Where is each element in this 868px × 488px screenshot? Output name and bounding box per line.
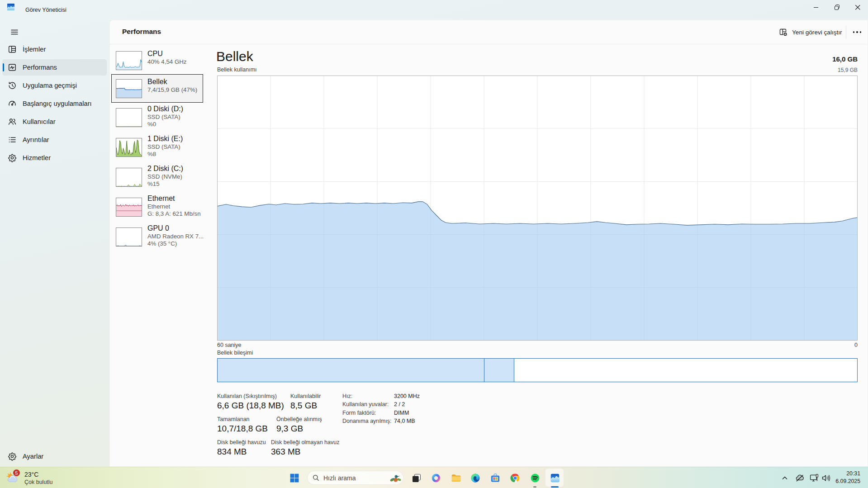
cpu-mini-chart bbox=[116, 51, 142, 70]
taskbar-app-task-manager[interactable] bbox=[549, 472, 560, 483]
performance-item-disk-d[interactable]: 0 Diski (D:)SSD (SATA)%0 bbox=[111, 103, 203, 133]
bellek-mini-chart bbox=[116, 79, 142, 98]
performance-item-bellek[interactable]: Bellek7,4/15,9 GB (47%) bbox=[111, 74, 203, 103]
run-new-task-icon bbox=[779, 28, 788, 37]
taskbar-app-task-view[interactable] bbox=[411, 472, 422, 483]
onedrive-status onedrive-paused-icon[interactable] bbox=[795, 473, 805, 483]
start-button[interactable] bbox=[289, 472, 300, 483]
page-title: Performans bbox=[122, 28, 161, 36]
task-manager-window: Görev Yöneticisi İşlemlerPerformansUygul… bbox=[0, 0, 868, 467]
sidebar-item-label: Performans bbox=[23, 64, 57, 71]
sidebar-item-kullanicilar[interactable]: Kullanıcılar bbox=[2, 114, 107, 130]
search-box[interactable]: Hızlı arama bbox=[307, 471, 403, 485]
volume-status volume-icon[interactable] bbox=[821, 473, 831, 483]
performance-item-text: GPU 0AMD Radeon RX 7...4% (35 °C) bbox=[147, 222, 204, 252]
performance-item-disk-e[interactable]: 1 Diski (E:)SSD (SATA)%8 bbox=[111, 133, 203, 162]
taskbar-app-chrome[interactable] bbox=[509, 472, 521, 483]
composition-segment-standby-free bbox=[514, 359, 857, 382]
stat-label: Disk belleği olmayan havuz bbox=[271, 439, 339, 445]
memory-composition-label: Bellek bileşimi bbox=[217, 350, 253, 356]
performance-item-subtitle: SSD (SATA) bbox=[147, 114, 183, 121]
minimize-button[interactable] bbox=[806, 0, 826, 15]
memory-total-value: 16,0 GB bbox=[832, 55, 858, 63]
gpu0-mini-chart bbox=[116, 227, 142, 246]
weather-widget[interactable]: 5 23°C Çok bulutlu bbox=[6, 469, 53, 487]
memory-stat-5: Disk belleği olmayan havuz363 MB bbox=[271, 439, 339, 457]
sidebar-item-performans[interactable]: Performans bbox=[2, 59, 107, 76]
memory-stat-3: Önbelleğe alınmış9,3 GB bbox=[276, 416, 322, 434]
selected-indicator-pill bbox=[3, 63, 5, 71]
more-options-button[interactable] bbox=[850, 25, 864, 39]
sidebar-item-label: Uygulama geçmişi bbox=[23, 82, 77, 89]
performance-item-subtitle: G: 8,3 A: 621 Mb/sn bbox=[147, 210, 201, 218]
startup-icon bbox=[8, 99, 17, 108]
search-daily-image bbox=[389, 472, 402, 483]
performance-item-text: Bellek7,4/15,9 GB (47%) bbox=[147, 75, 197, 102]
stat-label: Kullanılan (Sıkıştırılmış) bbox=[217, 393, 284, 399]
performance-item-gpu0[interactable]: GPU 0AMD Radeon RX 7...4% (35 °C) bbox=[111, 222, 203, 252]
services-icon bbox=[8, 153, 17, 162]
menu-toggle-button[interactable] bbox=[5, 25, 24, 39]
performance-item-title: 0 Diski (D:) bbox=[147, 104, 183, 114]
users-icon bbox=[8, 117, 17, 126]
taskbar-app-copilot[interactable] bbox=[430, 472, 441, 483]
more-dot bbox=[853, 31, 854, 33]
details-icon bbox=[8, 135, 17, 144]
taskbar-app-explorer[interactable] bbox=[450, 472, 461, 483]
detail-value: 74,0 MB bbox=[394, 418, 415, 424]
performance-item-title: GPU 0 bbox=[147, 224, 204, 233]
task-manager-app-icon bbox=[7, 4, 14, 10]
sidebar-item-label: Hizmetler bbox=[23, 154, 51, 161]
detail-label: Hız: bbox=[342, 393, 352, 399]
performance-item-text: 0 Diski (D:)SSD (SATA)%0 bbox=[147, 103, 183, 133]
sidebar-item-islemler[interactable]: İşlemler bbox=[2, 41, 107, 57]
active-app-indicator bbox=[551, 486, 559, 488]
sidebar-item-uygulama-gecmisi[interactable]: Uygulama geçmişi bbox=[2, 77, 107, 94]
clock-date: 6.09.2025 bbox=[835, 478, 860, 485]
disk-c-mini-chart bbox=[116, 168, 142, 187]
memory-usage-label: Bellek kullanımı bbox=[217, 66, 257, 73]
weather-texts: 23°C Çok bulutlu bbox=[24, 471, 53, 486]
taskbar-app-edge[interactable] bbox=[470, 472, 481, 483]
more-dot bbox=[860, 31, 861, 33]
sidebar-item-ayarlar[interactable]: Ayarlar bbox=[2, 448, 107, 464]
detail-label: Kullanılan yuvalar: bbox=[342, 401, 389, 407]
weather-badge: 5 bbox=[13, 469, 20, 476]
taskbar-app-spotify[interactable] bbox=[529, 472, 541, 483]
titlebar: Görev Yöneticisi bbox=[0, 0, 868, 20]
performance-item-title: Bellek bbox=[147, 77, 197, 86]
performance-item-subtitle: 7,4/15,9 GB (47%) bbox=[147, 86, 197, 94]
stat-value: 834 MB bbox=[217, 447, 266, 457]
performance-item-subtitle: %0 bbox=[147, 121, 183, 128]
stat-label: Kullanılabilir bbox=[290, 393, 321, 399]
performance-item-disk-c[interactable]: 2 Diski (C:)SSD (NVMe)%15 bbox=[111, 162, 203, 192]
stat-value: 8,5 GB bbox=[290, 401, 321, 411]
clock[interactable]: 20:31 6.09.2025 bbox=[835, 470, 860, 485]
hidden-icons-button chevron-up-icon[interactable] bbox=[780, 473, 790, 483]
sidebar-item-baslangic-uygulamalari[interactable]: Başlangıç uygulamaları bbox=[2, 95, 107, 112]
weather-icon: 5 bbox=[6, 471, 20, 485]
chart-x-axis-left-label: 60 saniye bbox=[217, 342, 242, 348]
performance-item-title: Ethernet bbox=[147, 194, 201, 203]
search-icon bbox=[313, 474, 319, 481]
performance-item-subtitle: 40% 4,54 GHz bbox=[147, 58, 186, 66]
run-new-task-label: Yeni görevi çalıştır bbox=[792, 29, 842, 36]
performance-item-ethernet[interactable]: EthernetEthernetG: 8,3 A: 621 Mb/sn bbox=[111, 192, 203, 222]
sidebar-item-hizmetler[interactable]: Hizmetler bbox=[2, 150, 107, 166]
run-new-task-button[interactable]: Yeni görevi çalıştır bbox=[779, 25, 842, 39]
network-status network-icon[interactable] bbox=[809, 473, 819, 483]
performance-item-cpu[interactable]: CPU40% 4,54 GHz bbox=[111, 47, 203, 74]
disk-d-mini-chart bbox=[116, 108, 142, 127]
maximize-restore-button[interactable] bbox=[826, 0, 847, 15]
taskbar-app-store[interactable] bbox=[489, 472, 501, 483]
detail-value: DIMM bbox=[394, 410, 409, 416]
close-button[interactable] bbox=[847, 0, 868, 15]
performance-item-title: 2 Diski (C:) bbox=[147, 164, 183, 173]
taskbar: 5 23°C Çok bulutlu Hızlı arama 20:31 6.0… bbox=[0, 467, 868, 488]
sidebar-item-label: Kullanıcılar bbox=[23, 118, 56, 125]
memory-usage-chart[interactable] bbox=[217, 76, 858, 341]
gear-icon bbox=[8, 452, 17, 461]
memory-scale-top-label: 15,9 GB bbox=[838, 67, 858, 73]
sidebar-item-ayrintilar[interactable]: Ayrıntılar bbox=[2, 132, 107, 148]
memory-composition-bar[interactable] bbox=[217, 358, 858, 382]
